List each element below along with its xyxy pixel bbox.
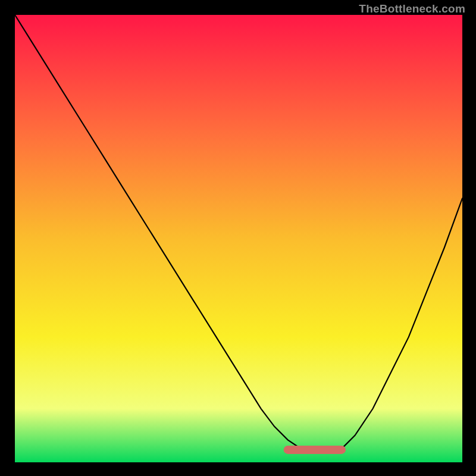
chart-frame: TheBottleneck.com [0, 0, 476, 476]
plot-area [15, 15, 462, 462]
watermark: TheBottleneck.com [359, 2, 465, 15]
gradient-bg [15, 15, 462, 462]
chart-svg [15, 15, 462, 462]
